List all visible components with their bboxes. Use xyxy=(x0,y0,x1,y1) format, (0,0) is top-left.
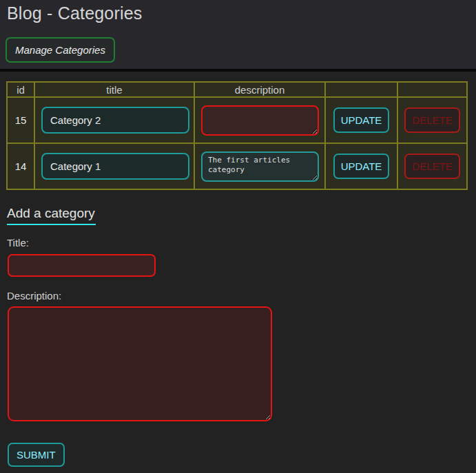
delete-button[interactable]: DELETE xyxy=(404,154,459,179)
title-input[interactable] xyxy=(8,254,156,277)
row-title-cell xyxy=(34,97,194,143)
row-description-textarea[interactable]: The first articles category xyxy=(201,151,319,182)
add-category-form: Title: Description: SUBMIT xyxy=(6,237,470,467)
row-description-cell xyxy=(194,97,325,143)
row-description-cell: The first articles category xyxy=(194,143,325,189)
row-update-cell: UPDATE xyxy=(325,97,397,143)
page-title: Blog - Categories xyxy=(7,3,469,23)
row-id: 14 xyxy=(7,143,34,189)
row-title-cell xyxy=(34,143,194,189)
row-title-input[interactable] xyxy=(41,107,189,134)
row-description-textarea[interactable] xyxy=(201,105,319,136)
row-delete-cell: DELETE xyxy=(397,97,467,143)
manage-categories-button[interactable]: Manage Categories xyxy=(6,37,115,63)
add-category-heading: Add a category xyxy=(7,206,96,225)
description-label: Description: xyxy=(7,290,470,302)
column-header-title: title xyxy=(34,82,194,97)
row-id: 15 xyxy=(7,97,34,143)
categories-table: id title description 15 UPDATE xyxy=(6,81,468,190)
update-button[interactable]: UPDATE xyxy=(333,107,390,133)
main-content: id title description 15 UPDATE xyxy=(0,72,476,467)
row-delete-cell: DELETE xyxy=(397,143,467,189)
row-title-input[interactable] xyxy=(41,153,189,180)
page-header: Blog - Categories Manage Categories xyxy=(0,0,476,72)
column-header-description: description xyxy=(194,82,325,97)
table-header-row: id title description xyxy=(7,82,467,97)
description-textarea[interactable] xyxy=(8,306,272,421)
update-button[interactable]: UPDATE xyxy=(333,154,390,179)
delete-button[interactable]: DELETE xyxy=(404,107,459,133)
column-header-id: id xyxy=(7,82,34,97)
table-row: 14 The first articles category UPDATE DE… xyxy=(7,143,467,189)
title-label: Title: xyxy=(7,237,470,249)
column-header-update xyxy=(325,82,397,97)
row-update-cell: UPDATE xyxy=(325,143,397,189)
submit-button[interactable]: SUBMIT xyxy=(8,443,65,467)
column-header-delete xyxy=(397,82,467,97)
table-row: 15 UPDATE DELETE xyxy=(7,97,467,143)
